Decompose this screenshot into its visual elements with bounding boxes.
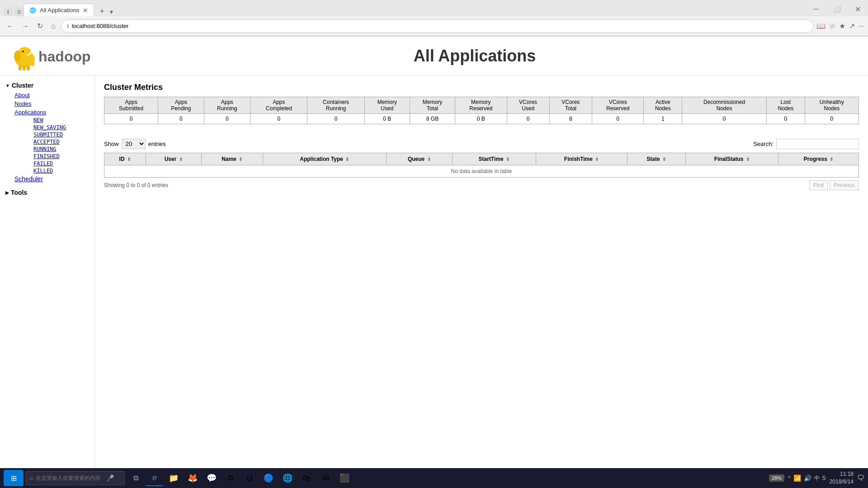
tab-close-btn[interactable]: ✕ [83, 7, 88, 14]
taskbar-settings[interactable]: ⚙ [222, 470, 240, 474]
col-user[interactable]: User ⇕ [146, 153, 201, 165]
search-label: Search: [753, 141, 774, 147]
sidebar-item-failed[interactable]: FAILED [33, 160, 94, 167]
share-icon[interactable]: ↗ [849, 22, 855, 30]
col-apps-pending: AppsPending [158, 97, 204, 114]
show-entries: Show 10 20 50 100 entries [104, 139, 166, 149]
type-sort-icon: ⇕ [345, 157, 349, 162]
sidebar-item-finished[interactable]: FINISHED [33, 153, 94, 160]
sidebar-item-accepted[interactable]: ACCEPTED [33, 138, 94, 145]
taskbar-browser2[interactable]: 🌐 [278, 470, 297, 474]
close-btn[interactable]: ✕ [847, 2, 868, 16]
back-forward-btn[interactable]: ⟪ [4, 7, 13, 16]
start-sort-icon: ⇕ [506, 157, 509, 162]
col-id[interactable]: ID ⇕ [104, 153, 146, 165]
taskbar: ⊞ ○ 🎤 ⧉ e 📁 🦊 💬 ⚙ U 🔵 🌐 [0, 468, 868, 474]
entries-label: entries [148, 141, 166, 147]
url-input[interactable] [72, 23, 808, 29]
col-finish-time[interactable]: FinishTime ⇕ [536, 153, 627, 165]
sidebar-item-about[interactable]: About [13, 91, 94, 99]
taskbar-edge[interactable]: e [146, 470, 164, 474]
first-btn[interactable]: First [809, 180, 828, 190]
taskbar-task-view[interactable]: ⧉ [127, 470, 145, 474]
prev-btn[interactable]: Previous [830, 180, 859, 190]
cluster-arrow-icon: ▼ [5, 83, 10, 88]
home-btn[interactable]: ⌂ [48, 20, 58, 32]
taskbar-terminal[interactable]: ⬛ [335, 470, 354, 474]
taskbar-store[interactable]: 🛍 [297, 470, 316, 474]
start-button[interactable]: ⊞ [4, 470, 24, 474]
taskbar-pinned-items: ⧉ e 📁 🦊 💬 ⚙ U 🔵 🌐 🛍 ✉ [127, 470, 354, 474]
col-final-status[interactable]: FinalStatus ⇕ [685, 153, 778, 165]
pagination: First Previous [809, 180, 859, 190]
clock-time: 11:18 [830, 470, 854, 474]
svg-point-3 [22, 51, 24, 52]
taskbar-ue4[interactable]: U [241, 470, 259, 474]
sidebar-item-running[interactable]: RUNNING [33, 145, 94, 153]
sidebar-item-scheduler[interactable]: Scheduler [13, 174, 94, 183]
tab-list-btn[interactable]: ☰ [14, 7, 24, 16]
back-btn[interactable]: ← [4, 20, 16, 32]
entries-select[interactable]: 10 20 50 100 [122, 139, 146, 149]
more-options-icon[interactable]: ··· [859, 22, 864, 30]
reading-view-icon[interactable]: 📖 [816, 22, 826, 30]
metrics-table: AppsSubmitted AppsPending AppsRunning Ap… [104, 97, 859, 124]
favorites-icon[interactable]: ☆ [829, 22, 835, 30]
nav-right-controls: 📖 ☆ ★ ↗ ··· [816, 22, 864, 30]
sidebar-item-new-saving[interactable]: NEW_SAVING [33, 124, 94, 131]
sidebar-item-submitted[interactable]: SUBMITTED [33, 131, 94, 138]
taskbar-wechat[interactable]: 💬 [203, 470, 221, 474]
col-queue[interactable]: Queue ⇕ [386, 153, 452, 165]
cluster-header[interactable]: ▼ Cluster [0, 80, 94, 91]
col-apps-running: AppsRunning [204, 97, 250, 114]
val-vcores-total: 8 [549, 114, 592, 124]
sidebar-item-killed[interactable]: KILLED [33, 167, 94, 174]
blender-icon: 🔵 [264, 473, 274, 474]
active-tab[interactable]: 🌐 All Applications ✕ [24, 4, 94, 16]
scheduler-link-container: Scheduler [0, 174, 94, 183]
taskbar-firefox[interactable]: 🦊 [184, 470, 202, 474]
browser-chrome: ⟪ ☰ 🌐 All Applications ✕ + ▾ ─ ⬜ ✕ ← → ↻… [0, 0, 868, 37]
col-start-time[interactable]: StartTime ⇕ [452, 153, 536, 165]
windows-icon: ⊞ [11, 474, 17, 474]
wechat-icon: 💬 [207, 473, 217, 474]
settings-icon: ⚙ [227, 473, 234, 474]
show-label: Show [104, 141, 119, 147]
col-vcores-used: VCoresUsed [507, 97, 549, 114]
taskbar-explorer[interactable]: 📁 [165, 470, 183, 474]
sidebar-item-applications[interactable]: Applications [13, 108, 94, 117]
forward-btn[interactable]: → [19, 20, 32, 32]
col-progress[interactable]: Progress ⇕ [778, 153, 859, 165]
sidebar: ▼ Cluster About Nodes Applications NEW N… [0, 75, 95, 469]
queue-sort-icon: ⇕ [427, 157, 431, 162]
refresh-btn[interactable]: ↻ [34, 20, 46, 32]
col-memory-reserved: MemoryReserved [455, 97, 507, 114]
taskbar-search-box[interactable]: ○ 🎤 [25, 471, 125, 474]
search-input[interactable] [776, 139, 859, 149]
content-area: Cluster Metrics AppsSubmitted AppsPendin… [95, 75, 868, 469]
address-bar[interactable]: ℹ [61, 19, 814, 33]
col-state[interactable]: State ⇕ [627, 153, 685, 165]
collection-icon[interactable]: ★ [839, 22, 845, 30]
finish-sort-icon: ⇕ [595, 157, 599, 162]
col-decommissioned-nodes: DecommissionedNodes [682, 97, 767, 114]
col-active-nodes: ActiveNodes [644, 97, 682, 114]
maximize-btn[interactable]: ⬜ [826, 2, 847, 16]
sidebar-item-nodes[interactable]: Nodes [13, 99, 94, 108]
nav-bar: ← → ↻ ⌂ ℹ 📖 ☆ ★ ↗ ··· [0, 16, 868, 36]
taskbar-clock[interactable]: 11:18 2018/6/14 [830, 470, 854, 474]
col-application-type[interactable]: Application Type ⇕ [263, 153, 386, 165]
val-unhealthy-nodes: 0 [805, 114, 859, 124]
page-title: All Applications [90, 47, 859, 66]
taskbar-email[interactable]: ✉ [316, 470, 335, 474]
col-name[interactable]: Name ⇕ [201, 153, 263, 165]
taskbar-blender[interactable]: 🔵 [259, 470, 278, 474]
tools-header[interactable]: ▶ Tools [0, 187, 94, 198]
edge-icon: e [152, 473, 157, 474]
minimize-btn[interactable]: ─ [806, 2, 826, 16]
metrics-section-title: Cluster Metrics [104, 83, 859, 92]
search-box: Search: [753, 139, 859, 149]
sidebar-item-new[interactable]: NEW [33, 117, 94, 124]
more-tabs-btn[interactable]: ▾ [108, 8, 115, 15]
new-tab-btn[interactable]: + [98, 7, 106, 16]
